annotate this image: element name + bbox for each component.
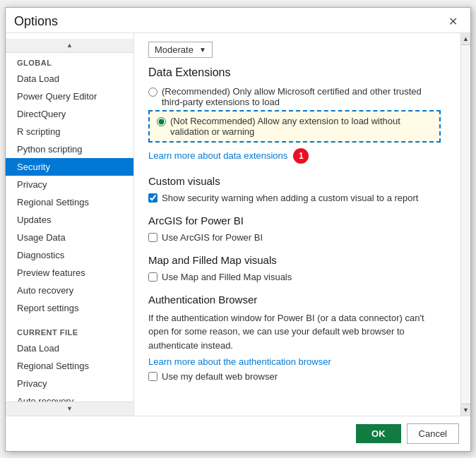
sidebar-current-file-label: CURRENT FILE bbox=[6, 323, 133, 339]
auth-browser-heading: Authentication Browser bbox=[148, 294, 441, 306]
sidebar-item-regional-settings[interactable]: Regional Settings bbox=[6, 193, 133, 211]
learn-more-container: Learn more about data extensions 1 bbox=[148, 148, 441, 164]
dialog-body: ▲ GLOBAL Data Load Power Query Editor Di… bbox=[6, 32, 470, 416]
arcgis-checkbox[interactable] bbox=[148, 233, 157, 242]
titlebar: Options ✕ bbox=[6, 8, 470, 32]
dropdown-arrow: ▼ bbox=[199, 46, 206, 54]
dialog-footer: OK Cancel bbox=[6, 416, 470, 451]
custom-visuals-checkbox-row: Show security warning when adding a cust… bbox=[148, 193, 441, 203]
radio-recommended[interactable] bbox=[148, 88, 157, 97]
close-button[interactable]: ✕ bbox=[444, 13, 462, 30]
dropdown-moderate[interactable]: Moderate ▼ bbox=[148, 42, 213, 58]
sidebar-item-cf-regional-settings[interactable]: Regional Settings bbox=[6, 357, 133, 375]
content-area: Moderate ▼ Data Extensions (Recommended)… bbox=[134, 33, 460, 416]
learn-auth-browser-link[interactable]: Learn more about the authentication brow… bbox=[148, 356, 435, 367]
auth-browser-body: If the authentication window for Power B… bbox=[148, 311, 441, 353]
sidebar-item-r-scripting[interactable]: R scripting bbox=[6, 123, 133, 140]
custom-visuals-checkbox[interactable] bbox=[148, 193, 157, 203]
radio-option-recommended: (Recommended) Only allow Microsoft certi… bbox=[148, 86, 441, 107]
map-filled-checkbox-label: Use Map and Filled Map visuals bbox=[162, 272, 292, 282]
highlighted-not-recommended: (Not Recommended) Allow any extension to… bbox=[148, 110, 441, 143]
auth-browser-checkbox[interactable] bbox=[148, 372, 157, 381]
badge-1: 1 bbox=[293, 148, 309, 164]
sidebar-item-privacy[interactable]: Privacy bbox=[6, 176, 133, 193]
sidebar-item-auto-recovery-global[interactable]: Auto recovery bbox=[6, 282, 133, 299]
learn-data-extensions-link[interactable]: Learn more about data extensions bbox=[148, 150, 287, 161]
content-scroll-down-btn[interactable]: ▼ bbox=[461, 404, 470, 416]
sidebar-item-preview-features[interactable]: Preview features bbox=[6, 264, 133, 282]
arcgis-checkbox-row: Use ArcGIS for Power BI bbox=[148, 232, 441, 243]
auth-browser-checkbox-label: Use my default web browser bbox=[162, 371, 278, 382]
radio-not-recommended[interactable] bbox=[157, 117, 166, 126]
sidebar-item-security[interactable]: Security bbox=[6, 158, 133, 176]
content-scroll-up-btn[interactable]: ▲ bbox=[461, 33, 470, 45]
content-scrollbar: ▲ ▼ bbox=[460, 33, 470, 416]
sidebar-scroll-down[interactable]: ▼ bbox=[6, 402, 133, 416]
sidebar-global-label: GLOBAL bbox=[6, 53, 133, 70]
map-filled-checkbox[interactable] bbox=[148, 272, 157, 282]
options-dialog: Options ✕ ▲ GLOBAL Data Load Power Query… bbox=[5, 7, 471, 452]
dropdown-value: Moderate bbox=[155, 44, 194, 55]
custom-visuals-heading: Custom visuals bbox=[148, 175, 441, 187]
sidebar-item-python-scripting[interactable]: Python scripting bbox=[6, 140, 133, 158]
ok-button[interactable]: OK bbox=[356, 424, 401, 443]
sidebar: ▲ GLOBAL Data Load Power Query Editor Di… bbox=[6, 33, 134, 416]
sidebar-item-direct-query[interactable]: DirectQuery bbox=[6, 105, 133, 123]
sidebar-item-data-load[interactable]: Data Load bbox=[6, 70, 133, 88]
data-extensions-heading: Data Extensions bbox=[148, 66, 441, 79]
sidebar-item-report-settings[interactable]: Report settings bbox=[6, 299, 133, 317]
arcgis-checkbox-label: Use ArcGIS for Power BI bbox=[162, 232, 263, 243]
sidebar-scroll-up[interactable]: ▲ bbox=[6, 39, 133, 53]
arcgis-heading: ArcGIS for Power BI bbox=[148, 215, 441, 227]
cancel-button[interactable]: Cancel bbox=[407, 423, 459, 444]
radio-recommended-label: (Recommended) Only allow Microsoft certi… bbox=[162, 86, 441, 107]
sidebar-item-diagnostics[interactable]: Diagnostics bbox=[6, 246, 133, 264]
sidebar-item-power-query-editor[interactable]: Power Query Editor bbox=[6, 88, 133, 105]
sidebar-item-cf-privacy[interactable]: Privacy bbox=[6, 375, 133, 392]
custom-visuals-checkbox-label: Show security warning when adding a cust… bbox=[162, 193, 418, 203]
map-filled-checkbox-row: Use Map and Filled Map visuals bbox=[148, 272, 441, 282]
map-filled-heading: Map and Filled Map visuals bbox=[148, 254, 441, 266]
radio-not-recommended-label: (Not Recommended) Allow any extension to… bbox=[170, 116, 432, 137]
sidebar-item-usage-data[interactable]: Usage Data bbox=[6, 229, 133, 246]
auth-browser-checkbox-row: Use my default web browser bbox=[148, 371, 441, 382]
sidebar-item-cf-data-load[interactable]: Data Load bbox=[6, 339, 133, 357]
sidebar-item-updates[interactable]: Updates bbox=[6, 211, 133, 229]
dialog-title: Options bbox=[14, 14, 58, 29]
